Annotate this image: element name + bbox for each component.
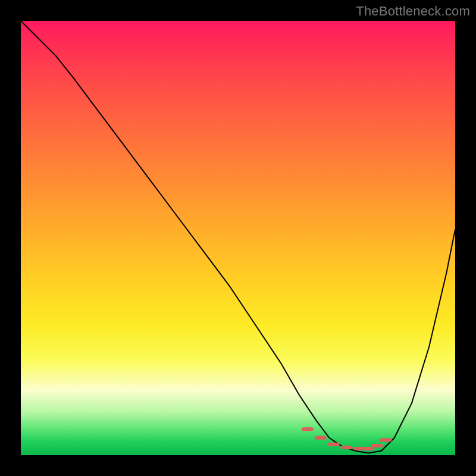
trough-marker-dot (331, 443, 335, 446)
trough-marker-dot (306, 427, 309, 431)
watermark-text: TheBottleneck.com (356, 4, 470, 19)
chart-frame: TheBottleneck.com (0, 0, 476, 476)
trough-marker-dot (375, 444, 378, 447)
trough-marker-dot (358, 447, 361, 450)
trough-markers (303, 427, 390, 450)
trough-marker-dot (345, 446, 348, 449)
trough-marker-dot (367, 447, 370, 450)
trough-marker-dot (384, 438, 387, 441)
bottleneck-curve (21, 21, 455, 455)
trough-marker-dot (319, 436, 322, 440)
curve-path (21, 21, 455, 453)
